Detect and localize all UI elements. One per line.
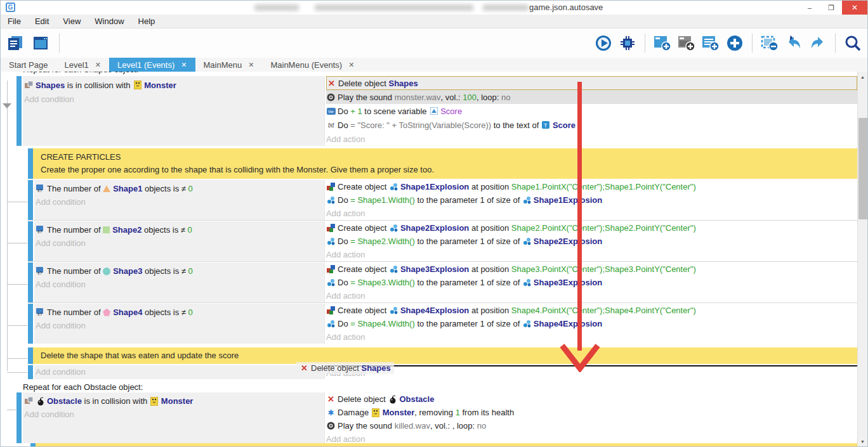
actions-cell[interactable]: ✕Delete object Shapes Play the sound mon…	[324, 76, 857, 146]
event-empty-drop-target[interactable]: Add condition Add action	[1, 365, 857, 379]
action-set-size[interactable]: Do = Shape2.Width() to the parameter 1 o…	[326, 235, 857, 248]
tab-mainmenu-events[interactable]: MainMenu (Events)✕	[262, 58, 362, 72]
actions-cell[interactable]: Create object Shape3Explosion at positio…	[324, 262, 857, 302]
action-set-size[interactable]: Do = Shape4.Width() to the parameter 1 o…	[326, 317, 857, 330]
add-condition[interactable]: Add condition	[24, 408, 324, 421]
event-shape2-particles[interactable]: x?The number of Shape2 objects is ≠ 0 Ad…	[1, 221, 857, 261]
event-shape4-particles[interactable]: x?The number of Shape4 objects is ≠ 0 Ad…	[1, 304, 857, 344]
action-create-object[interactable]: Create object Shape3Explosion at positio…	[326, 262, 857, 276]
add-action[interactable]: Add action	[326, 289, 857, 302]
action-damage-monster[interactable]: ✱Damage Monster, removing 1 from its hea…	[326, 406, 857, 419]
action-delete-obstacle[interactable]: ✕Delete object Obstacle	[326, 392, 857, 406]
minimize-button[interactable]: –	[799, 1, 820, 15]
conditions-cell[interactable]: x?The number of Shape2 objects is ≠ 0 Ad…	[34, 221, 324, 261]
condition-row[interactable]: x?The number of Shape3 objects is ≠ 0	[36, 264, 324, 278]
add-condition[interactable]: Add condition	[36, 236, 324, 250]
tab-mainmenu[interactable]: MainMenu✕	[195, 58, 263, 72]
scroll-down-button[interactable]: ▼	[858, 436, 867, 446]
action-play-sound[interactable]: Play the sound monster.wav, vol.: 100, l…	[326, 90, 857, 104]
condition-row[interactable]: x?The number of Shape2 objects is ≠ 0	[36, 223, 324, 236]
add-condition[interactable]: Add condition	[24, 92, 324, 106]
actions-cell[interactable]: Create object Shape4Explosion at positio…	[324, 304, 857, 344]
add-action[interactable]: Add action	[326, 132, 857, 146]
remove-event-icon[interactable]	[760, 34, 779, 53]
comment-body[interactable]: CREATE PARTICLES Create the proper one a…	[33, 148, 857, 179]
condition-row[interactable]: Obstacle is in collision with Monster	[24, 394, 324, 408]
add-condition[interactable]: Add condition	[36, 195, 324, 209]
tab-close-icon[interactable]: ✕	[95, 61, 101, 69]
action-create-object[interactable]: Create object Shape1Explosion at positio…	[326, 180, 857, 193]
project-manager-icon[interactable]	[6, 34, 25, 53]
conditions-cell[interactable]: Obstacle is in collision with Monster Ad…	[23, 392, 324, 443]
scene-window-icon[interactable]	[31, 34, 50, 53]
collapse-expander-icon[interactable]	[3, 103, 11, 108]
maximize-button[interactable]: ❐	[820, 1, 842, 15]
tab-close-icon[interactable]: ✕	[248, 61, 254, 69]
conditions-cell[interactable]: x?The number of Shape4 objects is ≠ 0 Ad…	[34, 304, 324, 344]
add-action[interactable]: Add action	[326, 330, 857, 344]
event-bar[interactable]	[16, 76, 22, 146]
conditions-cell[interactable]: Shapes is in collision with Monster Add …	[23, 76, 324, 146]
action-set-size[interactable]: Do = Shape3.Width() to the parameter 1 o…	[326, 276, 857, 289]
add-action[interactable]: Add action	[326, 432, 857, 443]
vertical-scrollbar[interactable]: ▲ ▼	[857, 72, 867, 446]
tab-start-page[interactable]: Start Page	[1, 58, 56, 72]
add-condition[interactable]: Add condition	[36, 278, 324, 291]
actions-cell[interactable]: ✕Delete object Obstacle ✱Damage Monster,…	[324, 392, 857, 443]
add-action[interactable]: Add action	[326, 248, 857, 261]
add-condition[interactable]: Add condition	[36, 365, 324, 379]
conditions-cell[interactable]: Add condition	[34, 365, 324, 379]
scrollbar-thumb[interactable]	[858, 118, 867, 219]
tab-level1-events[interactable]: Level1 (Events)✕	[109, 58, 195, 72]
tab-close-icon[interactable]: ✕	[348, 61, 354, 69]
condition-row[interactable]: x?The number of Shape4 objects is ≠ 0	[36, 306, 324, 319]
debug-icon[interactable]	[618, 34, 637, 53]
event-bar[interactable]	[28, 221, 33, 261]
event-bar[interactable]	[28, 148, 33, 179]
menu-file[interactable]: File	[1, 16, 28, 26]
event-shape3-particles[interactable]: x?The number of Shape3 objects is ≠ 0 Ad…	[1, 262, 857, 302]
event-bar[interactable]	[28, 304, 33, 344]
close-button[interactable]: ✕	[842, 1, 867, 15]
condition-row[interactable]: Shapes is in collision with Monster	[24, 78, 324, 92]
search-icon[interactable]	[843, 34, 862, 53]
menu-window[interactable]: Window	[88, 16, 131, 26]
action-create-object[interactable]: Create object Shape4Explosion at positio…	[326, 304, 857, 317]
menu-edit[interactable]: Edit	[28, 16, 56, 26]
action-set-text[interactable]: txtDo = "Score: " + ToString(Variable(Sc…	[326, 118, 857, 132]
undo-icon[interactable]	[784, 34, 803, 53]
add-action[interactable]: Add action	[326, 207, 857, 220]
conditions-cell[interactable]: x?The number of Shape3 objects is ≠ 0 Ad…	[34, 262, 324, 302]
action-set-size[interactable]: Do = Shape1.Width() to the parameter 1 o…	[326, 193, 857, 207]
menu-help[interactable]: Help	[131, 16, 162, 26]
event-shape1-particles[interactable]: x?The number of Shape1 objects is ≠ 0 Ad…	[1, 180, 857, 220]
play-icon[interactable]	[594, 34, 613, 53]
redo-icon[interactable]	[808, 34, 827, 53]
action-play-sound[interactable]: Play the sound killed.wav, vol.: , loop:…	[326, 419, 857, 432]
add-subevent-icon[interactable]	[677, 34, 696, 53]
event-bar[interactable]	[28, 347, 33, 364]
event-bar[interactable]	[28, 365, 33, 379]
add-event-icon[interactable]	[653, 34, 672, 53]
scroll-up-button[interactable]: ▲	[858, 72, 867, 82]
action-delete-shapes[interactable]: ✕Delete object Shapes	[326, 76, 857, 90]
event-obstacle-repeat[interactable]: Repeat for each Obstacle object: Obstacl…	[1, 381, 857, 443]
event-shapes-collision[interactable]: Shapes is in collision with Monster Add …	[1, 76, 857, 146]
tab-level1[interactable]: Level1✕	[56, 58, 109, 72]
event-bar[interactable]	[28, 262, 33, 302]
add-condition[interactable]: Add condition	[36, 319, 324, 332]
actions-cell[interactable]: Create object Shape1Explosion at positio…	[324, 180, 857, 220]
condition-row[interactable]: x?The number of Shape1 objects is ≠ 0	[36, 182, 324, 195]
add-comment-icon[interactable]	[701, 34, 720, 53]
comment-body[interactable]: Delete the shape that was eaten and upda…	[33, 347, 857, 364]
action-create-object[interactable]: Create object Shape2Explosion at positio…	[326, 221, 857, 235]
event-bar[interactable]	[16, 392, 22, 443]
actions-cell[interactable]: Create object Shape2Explosion at positio…	[324, 221, 857, 261]
comment-delete-shape[interactable]: Delete the shape that was eaten and upda…	[1, 347, 857, 364]
tab-close-icon[interactable]: ✕	[181, 61, 187, 69]
comment-create-particles[interactable]: CREATE PARTICLES Create the proper one a…	[1, 148, 857, 179]
add-circle-icon[interactable]	[725, 34, 744, 53]
conditions-cell[interactable]: x?The number of Shape1 objects is ≠ 0 Ad…	[34, 180, 324, 220]
menu-view[interactable]: View	[56, 16, 88, 26]
event-bar[interactable]	[28, 180, 33, 220]
